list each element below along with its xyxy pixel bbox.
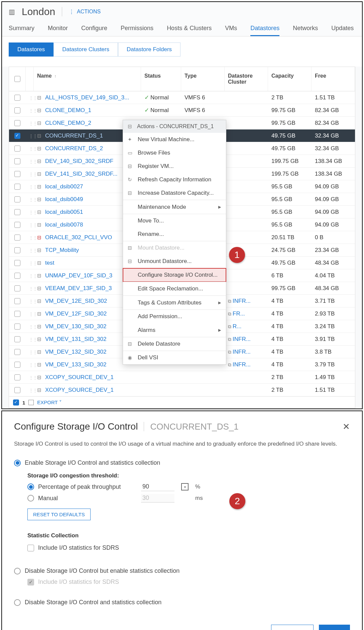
tab-configure[interactable]: Configure: [81, 21, 107, 36]
row-checkbox[interactable]: [14, 273, 20, 279]
subtab-datastore-clusters[interactable]: Datastore Clusters: [53, 42, 118, 57]
datastore-name[interactable]: ALL_HOSTS_DEV_149_SID_3...: [45, 94, 129, 101]
row-checkbox[interactable]: [14, 324, 20, 330]
menu-item-new-virtual-machine[interactable]: ✦New Virtual Machine...: [123, 133, 226, 146]
menu-item-configure-storage-i-o-control[interactable]: Configure Storage I/O Control...: [123, 268, 226, 282]
table-row[interactable]: ⋮⋮⊟ALL_HOSTS_DEV_149_SID_3...✓NormalVMFS…: [9, 91, 355, 104]
table-row[interactable]: ⋮⋮⊟XCOPY_SOURCE_DEV_12 TB1.51 TB: [9, 384, 355, 396]
ok-button[interactable]: OK: [319, 625, 350, 630]
column-type[interactable]: Type: [181, 67, 225, 91]
datastore-name[interactable]: VM_DEV_131_SID_302: [45, 336, 106, 342]
row-checkbox[interactable]: [14, 184, 20, 190]
menu-item-maintenance-mode[interactable]: Maintenance Mode▸: [123, 200, 226, 214]
datastore-name[interactable]: DEV_140_SID_302_SRDF: [45, 158, 113, 164]
datastore-name[interactable]: CONCURRENT_DS_1: [45, 132, 103, 139]
reset-defaults-button[interactable]: RESET TO DEFAULTS: [27, 509, 91, 520]
row-checkbox[interactable]: [14, 374, 20, 380]
option-enable-sioc[interactable]: Enable Storage I/O Control and statistic…: [14, 457, 350, 468]
row-checkbox[interactable]: [14, 171, 20, 177]
datastore-name[interactable]: CLONE_DEMO_1: [45, 107, 91, 113]
option-disable-all[interactable]: Disable Storage I/O Control and statisti…: [14, 597, 350, 608]
row-checkbox[interactable]: [14, 146, 20, 152]
stepper-icon[interactable]: ▾: [181, 483, 189, 490]
row-checkbox[interactable]: [14, 247, 20, 253]
tab-datastores[interactable]: Datastores: [250, 21, 279, 36]
datastore-name[interactable]: VM_DEV_133_SID_302: [45, 361, 106, 368]
tab-monitor[interactable]: Monitor: [48, 21, 68, 36]
datastore-name[interactable]: test: [45, 260, 54, 266]
menu-item-increase-datastore-capacity[interactable]: ⊟Increase Datastore Capacity...: [123, 186, 226, 200]
menu-item-register-vm[interactable]: ⊟Register VM...: [123, 160, 226, 173]
column-free[interactable]: Free: [312, 67, 355, 91]
datastore-name[interactable]: XCOPY_SOURCE_DEV_1: [45, 374, 114, 380]
tab-summary[interactable]: Summary: [9, 21, 34, 36]
tab-vms[interactable]: VMs: [225, 21, 237, 36]
datastore-name[interactable]: DEV_141_SID_302_SRDF...: [45, 171, 117, 177]
datastore-name[interactable]: local_dsib0051: [45, 209, 83, 215]
datastore-name[interactable]: VEEAM_DEV_13F_SID_3: [45, 285, 112, 291]
datastore-name[interactable]: local_dsib0078: [45, 221, 83, 228]
row-checkbox[interactable]: [14, 362, 20, 368]
menu-item-dell-vsi[interactable]: ◉Dell VSI: [123, 351, 226, 364]
cancel-button[interactable]: CANCEL: [271, 625, 314, 630]
column-name[interactable]: Name↑: [34, 67, 141, 91]
subtab-datastores[interactable]: Datastores: [9, 42, 53, 57]
datastore-name[interactable]: UNMAP_DEV_10F_SID_3: [45, 272, 112, 279]
menu-item-move-to[interactable]: Move To...: [123, 214, 226, 228]
datastore-name[interactable]: VM_DEV_12F_SID_302: [45, 310, 107, 317]
subtab-datastore-folders[interactable]: Datastore Folders: [118, 42, 180, 57]
tab-networks[interactable]: Networks: [293, 21, 318, 36]
row-checkbox[interactable]: [14, 107, 20, 113]
table-row[interactable]: ⋮⋮⊟CLONE_DEMO_1✓NormalVMFS 699.75 GB82.3…: [9, 104, 355, 117]
row-checkbox[interactable]: [14, 298, 20, 304]
option-percentage[interactable]: Percentage of peak throughput: [27, 483, 134, 490]
menu-item-edit-space-reclamation[interactable]: Edit Space Reclamation...: [123, 282, 226, 295]
tab-permissions[interactable]: Permissions: [121, 21, 153, 36]
column-capacity[interactable]: Capacity: [268, 67, 312, 91]
datastore-name[interactable]: CLONE_DEMO_2: [45, 120, 91, 126]
export-button[interactable]: EXPORT ˅: [37, 399, 62, 406]
datastore-name[interactable]: VM_DEV_132_SID_302: [45, 349, 106, 355]
row-checkbox[interactable]: [14, 95, 20, 101]
menu-item-browse-files[interactable]: ▭Browse Files: [123, 146, 226, 160]
datastore-name[interactable]: local_dsib0027: [45, 183, 83, 190]
column-picker-icon[interactable]: [28, 400, 34, 405]
row-checkbox[interactable]: [14, 133, 20, 139]
menu-item-unmount-datastore[interactable]: ⊟Unmount Datastore...: [123, 255, 226, 268]
row-checkbox[interactable]: [14, 120, 20, 126]
select-all-checkbox[interactable]: [14, 76, 20, 82]
row-checkbox[interactable]: [14, 158, 20, 164]
row-checkbox[interactable]: [14, 209, 20, 215]
option-manual[interactable]: Manual: [27, 495, 134, 502]
actions-menu[interactable]: ⋮ ACTIONS: [69, 9, 101, 15]
menu-item-delete-datastore[interactable]: ⊟Delete Datastore: [123, 337, 226, 351]
row-checkbox[interactable]: [14, 285, 20, 291]
row-checkbox[interactable]: [14, 235, 20, 241]
tab-updates[interactable]: Updates: [331, 21, 354, 36]
table-row[interactable]: ⋮⋮⊟XCOPY_SOURCE_DEV_12 TB1.49 TB: [9, 371, 355, 384]
menu-item-rename[interactable]: Rename...: [123, 228, 226, 241]
datastore-name[interactable]: VM_DEV_130_SID_302: [45, 323, 106, 330]
checkbox-include-stats[interactable]: Include I/O statistics for SDRS: [27, 542, 350, 553]
row-checkbox[interactable]: [14, 311, 20, 317]
column-cluster[interactable]: Datastore Cluster: [225, 67, 268, 91]
datastore-name[interactable]: CONCURRENT_DS_2: [45, 145, 103, 152]
close-icon[interactable]: ✕: [343, 422, 350, 432]
percentage-input[interactable]: [141, 482, 174, 491]
row-checkbox[interactable]: [14, 222, 20, 228]
row-checkbox[interactable]: [14, 260, 20, 266]
datastore-name[interactable]: ORACLE_302_PCLI_VVO: [45, 234, 112, 241]
column-status[interactable]: Status: [141, 67, 181, 91]
row-checkbox[interactable]: [14, 349, 20, 355]
datastore-name[interactable]: local_dsib0049: [45, 196, 83, 202]
row-checkbox[interactable]: [14, 387, 20, 393]
menu-item-tags-custom-attributes[interactable]: Tags & Custom Attributes▸: [123, 296, 226, 309]
tab-hosts-clusters[interactable]: Hosts & Clusters: [167, 21, 212, 36]
menu-item-alarms[interactable]: Alarms▸: [123, 323, 226, 337]
row-checkbox[interactable]: [14, 196, 20, 202]
datastore-name[interactable]: VM_DEV_12E_SID_302: [45, 298, 107, 304]
option-disable-enable-stats[interactable]: Disable Storage I/O Control but enable s…: [14, 565, 350, 576]
menu-item-refresh-capacity-information[interactable]: ↻Refresh Capacity Information: [123, 173, 226, 186]
datastore-name[interactable]: XCOPY_SOURCE_DEV_1: [45, 387, 114, 393]
row-checkbox[interactable]: [14, 336, 20, 342]
